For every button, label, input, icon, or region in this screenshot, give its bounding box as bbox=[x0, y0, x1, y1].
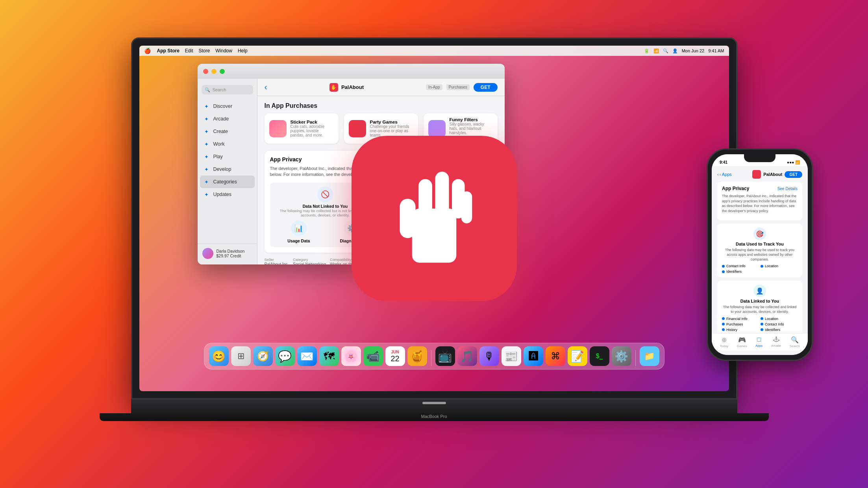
iphone-footer-nav: ⊕ Today 🎮 Games □ Apps 🕹 Arcade 🔍 S bbox=[712, 333, 808, 350]
dock-news[interactable]: 📰 bbox=[502, 346, 521, 366]
get-button-header[interactable]: GET bbox=[474, 83, 498, 92]
big-app-icon-bg bbox=[352, 136, 517, 301]
sidebar-item-work[interactable]: ✦ Work bbox=[198, 138, 257, 150]
search-menubar-icon[interactable]: 🔍 bbox=[663, 48, 668, 54]
iphone-notch bbox=[744, 154, 775, 162]
iphone-track-section: 🎯 Data Used to Track You The following d… bbox=[717, 224, 802, 277]
track-contact-item: Contact Info bbox=[722, 264, 759, 268]
iap-name-filters: Funny Filters bbox=[450, 117, 493, 122]
menu-help[interactable]: Help bbox=[238, 48, 248, 54]
dock-finder[interactable]: 😊 bbox=[209, 346, 229, 366]
close-button[interactable] bbox=[203, 69, 208, 74]
dock-safari[interactable]: 🧭 bbox=[253, 346, 273, 366]
iphone-privacy-section: App Privacy See Details The developer, P… bbox=[717, 182, 802, 220]
arcade-footer-label: Arcade bbox=[771, 344, 781, 348]
macbook-notch bbox=[418, 39, 450, 44]
svg-rect-3 bbox=[435, 172, 449, 216]
back-button[interactable]: ‹ bbox=[265, 82, 267, 92]
sidebar-label-develop: Develop bbox=[213, 166, 231, 172]
user-info: Darla Davidson $29.97 Credit bbox=[217, 249, 245, 258]
iap-item-sticker[interactable]: Sticker Pack Cute cats, adorable puppies… bbox=[265, 113, 339, 144]
svg-rect-5 bbox=[461, 191, 472, 223]
dock-appstore[interactable]: 🅰 bbox=[524, 346, 543, 366]
screen-content: 🍎 App Store Edit Store Window Help 🔋 bbox=[139, 46, 729, 391]
menu-store[interactable]: Store bbox=[199, 48, 210, 54]
seller-label: Seller bbox=[265, 257, 289, 262]
iphone-footer-apps[interactable]: □ Apps bbox=[755, 336, 763, 348]
time-display: 9:41 AM bbox=[708, 48, 724, 53]
dock-podcasts[interactable]: 🎙 bbox=[479, 346, 499, 366]
seller-value: PalAbout Inc. bbox=[265, 262, 289, 264]
linked-contact-label: Contact Info bbox=[765, 322, 784, 326]
iphone-footer-arcade[interactable]: 🕹 Arcade bbox=[771, 336, 781, 348]
dock-photos[interactable]: 🌸 bbox=[341, 346, 361, 366]
dock-honey[interactable]: 🍯 bbox=[407, 346, 427, 366]
sidebar-label-categories: Categories bbox=[213, 179, 237, 185]
dock-facetime[interactable]: 📹 bbox=[363, 346, 383, 366]
app-name-header: PalAbout bbox=[341, 84, 364, 90]
iphone-footer-games[interactable]: 🎮 Games bbox=[737, 336, 747, 348]
dock-finder-2[interactable]: 📁 bbox=[640, 346, 659, 366]
apple-menu-icon[interactable]: 🍎 bbox=[144, 48, 151, 54]
menubar-right: 🔋 📶 🔍 👤 Mon Jun 22 9:41 AM bbox=[644, 48, 724, 54]
user-name: Darla Davidson bbox=[217, 249, 245, 253]
menu-edit[interactable]: Edit bbox=[185, 48, 193, 54]
menubar-left: 🍎 App Store Edit Store Window Help bbox=[144, 48, 248, 54]
menu-appstore[interactable]: App Store bbox=[157, 48, 180, 54]
app-icon-overlay bbox=[352, 136, 517, 301]
svg-rect-2 bbox=[418, 179, 432, 218]
iphone-get-button[interactable]: GET bbox=[785, 171, 802, 178]
dock-systemprefs[interactable]: ⚙️ bbox=[612, 346, 631, 366]
dock-terminal[interactable]: $_ bbox=[590, 346, 609, 366]
iap-icon-sticker bbox=[269, 120, 287, 137]
play-icon: ✦ bbox=[203, 153, 210, 160]
sidebar-item-play[interactable]: ✦ Play bbox=[198, 150, 257, 163]
iphone-app-row: PalAbout GET bbox=[752, 170, 802, 179]
macbook-body: 🍎 App Store Edit Store Window Help 🔋 bbox=[131, 37, 737, 415]
iphone-time: 9:41 bbox=[720, 160, 727, 165]
dock-messages[interactable]: 💬 bbox=[275, 346, 295, 366]
iap-info-sticker: Sticker Pack Cute cats, adorable puppies… bbox=[291, 120, 334, 137]
dock-launchpad[interactable]: ⊞ bbox=[231, 346, 251, 366]
sidebar-relative: 🔍 Search ✦ Discover ✦ bbox=[198, 85, 257, 263]
dock-maps[interactable]: 🗺 bbox=[319, 346, 339, 366]
dock-mail[interactable]: ✉️ bbox=[297, 346, 317, 366]
iphone-app-name: PalAbout bbox=[763, 172, 782, 177]
iap-icon-filters bbox=[428, 120, 446, 137]
menu-window[interactable]: Window bbox=[215, 48, 232, 54]
search-box[interactable]: 🔍 Search bbox=[202, 85, 253, 94]
sidebar-item-categories[interactable]: ✦ Categories bbox=[200, 176, 255, 188]
sidebar: 🔍 Search ✦ Discover ✦ bbox=[198, 79, 257, 264]
iphone-linked-section: 👤 Data Linked to You The following data … bbox=[717, 281, 802, 335]
games-label: Games bbox=[737, 344, 747, 348]
dock-appletv[interactable]: 📺 bbox=[435, 346, 455, 366]
linked-purchases-label: Purchases bbox=[726, 322, 743, 326]
iphone-content: ‹ ‹ Apps PalAbout GET App Privacy See De… bbox=[712, 166, 808, 355]
dock-notes[interactable]: 📝 bbox=[568, 346, 587, 366]
dock-shortcuts[interactable]: ⌘ bbox=[546, 346, 565, 366]
categories-icon: ✦ bbox=[203, 178, 210, 185]
track-identifiers-item: Identifiers bbox=[722, 270, 759, 274]
arcade-icon: ✦ bbox=[203, 115, 210, 122]
minimize-button[interactable] bbox=[211, 69, 217, 74]
iphone-see-details[interactable]: See Details bbox=[777, 187, 798, 191]
iap-name-sticker: Sticker Pack bbox=[291, 120, 334, 124]
develop-icon: ✦ bbox=[203, 166, 210, 173]
dock-music[interactable]: 🎵 bbox=[457, 346, 477, 366]
sidebar-item-develop[interactable]: ✦ Develop bbox=[198, 163, 257, 176]
iphone-back-button[interactable]: ‹ ‹ Apps bbox=[717, 172, 732, 177]
iphone-footer-search[interactable]: 🔍 Search bbox=[790, 336, 800, 348]
sidebar-item-updates[interactable]: ✦ Updates bbox=[198, 188, 257, 201]
wifi-icon: 📶 bbox=[653, 48, 659, 54]
sidebar-item-discover[interactable]: ✦ Discover bbox=[198, 100, 257, 113]
sidebar-item-arcade[interactable]: ✦ Arcade bbox=[198, 113, 257, 125]
dock-calendar[interactable]: JUN 22 bbox=[385, 346, 405, 366]
today-icon: ⊕ bbox=[722, 336, 727, 344]
iphone-footer-today[interactable]: ⊕ Today bbox=[720, 336, 728, 348]
iphone-linked-desc: The following data may be collected and … bbox=[722, 305, 798, 314]
sidebar-label-updates: Updates bbox=[213, 192, 232, 197]
maximize-button[interactable] bbox=[220, 69, 225, 74]
sidebar-item-create[interactable]: ✦ Create bbox=[198, 125, 257, 138]
search-footer-icon: 🔍 bbox=[791, 336, 799, 344]
iphone-privacy-desc: The developer, PalAbout Inc., indicated … bbox=[722, 194, 798, 213]
